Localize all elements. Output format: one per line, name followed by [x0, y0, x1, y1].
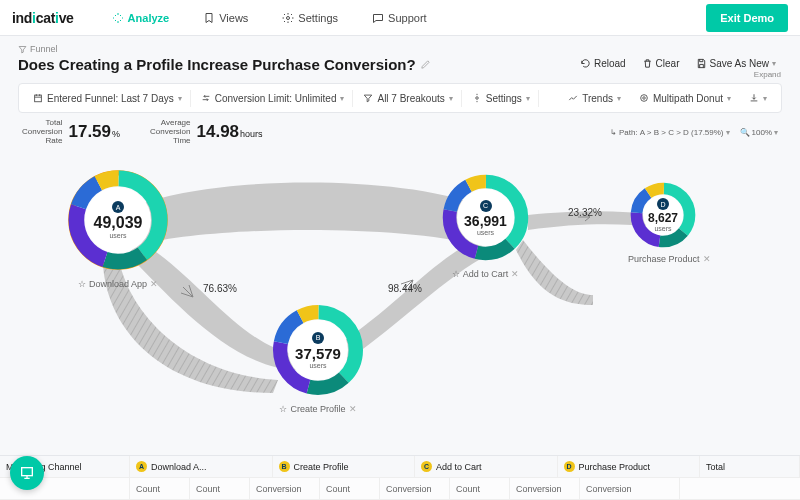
close-icon[interactable]: ✕	[511, 269, 519, 279]
node-letter: A	[112, 201, 124, 213]
table-header-b[interactable]: BCreate Profile	[273, 456, 416, 477]
path-selector[interactable]: ↳ Path: A > B > C > D (17.59%) ▾	[610, 128, 730, 137]
trend-icon	[568, 93, 578, 103]
chevron-down-icon: ▾	[617, 94, 621, 103]
node-label: Purchase Product	[628, 254, 700, 264]
filter-icon	[363, 93, 373, 103]
chat-icon	[372, 12, 384, 24]
svg-rect-28	[22, 468, 33, 476]
nav-support-label: Support	[388, 12, 427, 24]
sparkle-icon	[112, 12, 124, 24]
download-button[interactable]: ▾	[741, 90, 775, 106]
trash-icon	[642, 58, 653, 69]
subhead-count: Count	[190, 478, 250, 499]
table-header-d[interactable]: DPurchase Product	[558, 456, 701, 477]
nav-settings[interactable]: Settings	[268, 6, 352, 30]
funnel-node-a[interactable]: A 49,039 users ☆Download App ✕	[63, 165, 173, 289]
logo: indicative	[12, 10, 74, 26]
nav-views-label: Views	[219, 12, 248, 24]
filter-settings[interactable]: Settings▾	[464, 90, 539, 107]
close-icon[interactable]: ✕	[703, 254, 711, 264]
bookmark-icon	[203, 12, 215, 24]
chevron-down-icon: ▾	[340, 94, 344, 103]
breadcrumb[interactable]: Funnel	[18, 44, 431, 54]
node-value: 36,991	[464, 213, 507, 229]
pencil-icon[interactable]	[420, 59, 431, 70]
nav-support[interactable]: Support	[358, 6, 441, 30]
chevron-down-icon: ▾	[526, 94, 530, 103]
calendar-icon	[33, 93, 43, 103]
chevron-down-icon: ▾	[772, 59, 776, 68]
expand-link[interactable]: Expand	[754, 70, 781, 79]
chevron-down-icon: ▾	[727, 94, 731, 103]
nav-analyze-label: Analyze	[128, 12, 170, 24]
svg-point-3	[641, 95, 648, 102]
gear-icon	[472, 93, 482, 103]
help-fab[interactable]	[10, 456, 44, 490]
subhead-conv: Conversion	[580, 478, 680, 499]
funnel-icon	[18, 45, 27, 54]
node-letter: B	[312, 332, 324, 344]
subhead-count: Count	[320, 478, 380, 499]
nav-settings-label: Settings	[298, 12, 338, 24]
filter-limit[interactable]: Conversion Limit: Unlimited▾	[193, 90, 354, 107]
funnel-canvas: A 49,039 users ☆Download App ✕ B 37,579 …	[18, 145, 782, 415]
filter-breakouts[interactable]: All 7 Breakouts▾	[355, 90, 461, 107]
node-label: Download App	[89, 279, 147, 289]
star-icon: ☆	[279, 404, 287, 414]
node-value: 49,039	[94, 214, 143, 232]
close-icon[interactable]: ✕	[349, 404, 357, 414]
funnel-node-c[interactable]: C 36,991 users ☆Add to Cart ✕	[438, 170, 533, 279]
breakout-table: Marketing Channel ADownload A... BCreate…	[0, 455, 800, 500]
node-letter: C	[480, 200, 492, 212]
node-value: 8,627	[648, 211, 678, 225]
subhead-conv: Conversion	[380, 478, 450, 499]
subhead-conv: Conversion	[510, 478, 580, 499]
svg-point-4	[643, 97, 646, 100]
clear-button[interactable]: Clear	[636, 54, 686, 73]
chevron-down-icon: ▾	[178, 94, 182, 103]
close-icon[interactable]: ✕	[150, 279, 158, 289]
metrics-row: TotalConversionRate 17.59% AverageConver…	[0, 113, 800, 145]
filter-entered[interactable]: Entered Funnel: Last 7 Days▾	[25, 90, 191, 107]
metric-conversion-rate: TotalConversionRate 17.59%	[22, 119, 120, 145]
node-label: Add to Cart	[463, 269, 509, 279]
star-icon: ☆	[452, 269, 460, 279]
table-header-a[interactable]: ADownload A...	[130, 456, 273, 477]
rate-bc: 98.44%	[388, 283, 422, 294]
reload-button[interactable]: Reload	[574, 54, 632, 73]
node-value: 37,579	[295, 345, 341, 362]
gear-icon	[282, 12, 294, 24]
svg-point-2	[475, 97, 478, 100]
top-nav: indicative Analyze Views Settings Suppor…	[0, 0, 800, 36]
nav-analyze[interactable]: Analyze	[98, 6, 184, 30]
rate-cd: 23.32%	[568, 207, 602, 218]
metric-conversion-time: AverageConversionTime 14.98hours	[150, 119, 263, 145]
node-label: Create Profile	[290, 404, 345, 414]
svg-rect-1	[35, 95, 42, 102]
presentation-icon	[19, 465, 35, 481]
download-icon	[749, 93, 759, 103]
donut-icon	[639, 93, 649, 103]
table-header-c[interactable]: CAdd to Cart	[415, 456, 558, 477]
reload-icon	[580, 58, 591, 69]
table-header-total[interactable]: Total	[700, 456, 800, 477]
rate-ab: 76.63%	[203, 283, 237, 294]
nav-views[interactable]: Views	[189, 6, 262, 30]
filter-viz[interactable]: Multipath Donut▾	[631, 90, 739, 107]
title-bar: Funnel Does Creating a Profile Increase …	[0, 36, 800, 79]
page-title: Does Creating a Profile Increase Purchas…	[18, 56, 431, 73]
filter-trends[interactable]: Trends▾	[560, 90, 629, 107]
filter-bar: Expand Entered Funnel: Last 7 Days▾ Conv…	[18, 83, 782, 113]
swap-icon	[201, 93, 211, 103]
subhead-count: Count	[130, 478, 190, 499]
star-icon: ☆	[78, 279, 86, 289]
exit-demo-button[interactable]: Exit Demo	[706, 4, 788, 32]
funnel-node-d[interactable]: D 8,627 users Purchase Product ✕	[628, 180, 711, 264]
node-letter: D	[657, 198, 669, 210]
chevron-down-icon: ▾	[763, 94, 767, 103]
funnel-node-b[interactable]: B 37,579 users ☆Create Profile ✕	[268, 300, 368, 414]
zoom-control[interactable]: 🔍 100% ▾	[740, 128, 778, 137]
chevron-down-icon: ▾	[449, 94, 453, 103]
subhead-count: Count	[450, 478, 510, 499]
